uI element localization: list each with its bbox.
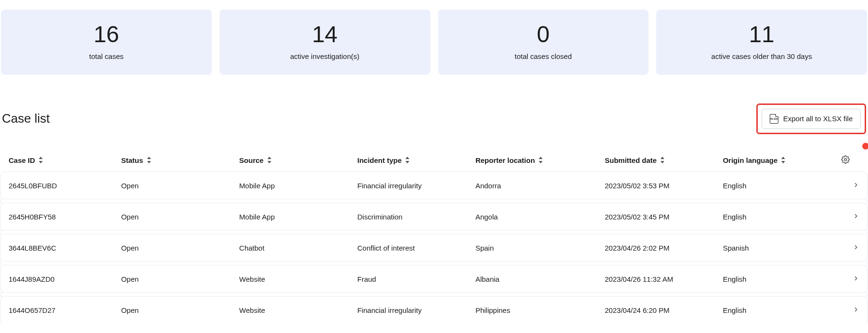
- page-title: Case list: [2, 111, 50, 126]
- row-spacer: [1, 199, 867, 203]
- column-header-submitted-date[interactable]: Submitted date: [605, 156, 707, 164]
- chevron-right-icon[interactable]: [853, 244, 859, 252]
- cell-incident-type: Conflict of interest: [349, 234, 467, 262]
- stats-row: 16 total cases 14 active investigation(s…: [1, 10, 867, 75]
- table-row[interactable]: 2645H0BFY58OpenMobile AppDiscriminationA…: [1, 203, 867, 230]
- sort-icon: [539, 157, 544, 163]
- cell-actions: [833, 172, 867, 199]
- column-header-case-id[interactable]: Case ID: [9, 156, 106, 164]
- sort-icon: [660, 157, 665, 163]
- case-table: Case ID Status Source: [1, 149, 867, 324]
- cell-submitted-date: 2023/04/26 2:02 PM: [597, 234, 715, 262]
- chevron-right-icon[interactable]: [853, 182, 859, 190]
- cell-reporter-location: Albania: [468, 265, 597, 293]
- cell-source: Website: [231, 297, 349, 324]
- sort-icon: [147, 157, 152, 163]
- cell-actions: [833, 265, 867, 293]
- cell-actions: [833, 203, 867, 230]
- row-spacer: [1, 230, 867, 234]
- stat-value: 11: [661, 22, 862, 47]
- stat-label: active investigation(s): [224, 52, 426, 60]
- column-label: Submitted date: [605, 156, 657, 164]
- stat-value: 16: [6, 22, 207, 47]
- cell-actions: [833, 234, 867, 262]
- case-list-header: Case list XLSX Export all to XLSX file: [1, 103, 867, 134]
- column-header-reporter-location[interactable]: Reporter location: [475, 156, 590, 164]
- cell-source: Mobile App: [231, 203, 349, 230]
- stat-value: 14: [224, 22, 426, 47]
- xlsx-file-icon: XLSX: [770, 114, 778, 124]
- cell-incident-type: Financial irregularity: [349, 172, 467, 199]
- column-label: Origin language: [723, 156, 777, 164]
- cell-submitted-date: 2023/05/02 3:45 PM: [597, 203, 715, 230]
- cell-incident-type: Discrimination: [349, 203, 467, 230]
- stat-value: 0: [443, 22, 644, 47]
- cell-reporter-location: Philippines: [468, 297, 597, 324]
- cell-case-id: 2645L0BFUBD: [1, 172, 114, 199]
- row-spacer: [1, 293, 867, 297]
- cell-source: Chatbot: [231, 234, 349, 262]
- table-row[interactable]: 1644O657D27OpenWebsiteFinancial irregula…: [1, 297, 867, 324]
- column-label: Status: [121, 156, 143, 164]
- column-header-status[interactable]: Status: [121, 156, 224, 164]
- stat-label: total cases closed: [443, 52, 644, 60]
- column-header-incident-type[interactable]: Incident type: [357, 156, 460, 164]
- stat-card-total-cases: 16 total cases: [1, 10, 212, 75]
- cell-reporter-location: Andorra: [468, 172, 597, 199]
- export-highlight-box: XLSX Export all to XLSX file: [756, 103, 866, 134]
- cell-status: Open: [114, 234, 231, 262]
- cell-actions: [833, 297, 867, 324]
- row-spacer: [1, 262, 867, 265]
- cell-case-id: 2645H0BFY58: [1, 203, 114, 230]
- sort-icon: [405, 157, 410, 163]
- chevron-right-icon[interactable]: [853, 213, 859, 221]
- cell-origin-language: English: [715, 172, 833, 199]
- cell-origin-language: English: [715, 203, 833, 230]
- cell-origin-language: English: [715, 265, 833, 293]
- column-header-origin-language[interactable]: Origin language: [723, 156, 825, 164]
- case-table-wrap: Case ID Status Source: [1, 149, 867, 324]
- chevron-right-icon[interactable]: [853, 306, 859, 314]
- export-button-label: Export all to XLSX file: [783, 115, 853, 123]
- cell-submitted-date: 2023/05/02 3:53 PM: [597, 172, 715, 199]
- cell-case-id: 1644J89AZD0: [1, 265, 114, 293]
- column-label: Incident type: [357, 156, 402, 164]
- cell-case-id: 1644O657D27: [1, 297, 114, 324]
- table-row[interactable]: 1644J89AZD0OpenWebsiteFraudAlbania2023/0…: [1, 265, 867, 293]
- cell-origin-language: Spanish: [715, 234, 833, 262]
- cell-status: Open: [114, 265, 231, 293]
- cell-reporter-location: Spain: [468, 234, 597, 262]
- column-label: Case ID: [9, 156, 35, 164]
- stat-label: active cases older than 30 days: [661, 52, 862, 60]
- notification-dot-icon: [862, 143, 868, 149]
- sort-icon: [267, 157, 272, 163]
- cell-reporter-location: Angola: [468, 203, 597, 230]
- cell-status: Open: [114, 203, 231, 230]
- cell-origin-language: English: [715, 297, 833, 324]
- table-row[interactable]: 2645L0BFUBDOpenMobile AppFinancial irreg…: [1, 172, 867, 199]
- cell-incident-type: Fraud: [349, 265, 467, 293]
- cell-incident-type: Financial irregularity: [349, 297, 467, 324]
- chevron-right-icon[interactable]: [853, 275, 859, 283]
- sort-icon: [781, 157, 786, 163]
- stat-card-older-30-days: 11 active cases older than 30 days: [656, 10, 867, 75]
- column-label: Reporter location: [475, 156, 535, 164]
- cell-case-id: 3644L8BEV6C: [1, 234, 114, 262]
- stat-card-active-investigations: 14 active investigation(s): [220, 10, 430, 75]
- sort-icon: [39, 157, 44, 163]
- cell-status: Open: [114, 297, 231, 324]
- stat-label: total cases: [6, 52, 207, 60]
- cell-status: Open: [114, 172, 231, 199]
- cell-submitted-date: 2023/04/26 11:32 AM: [597, 265, 715, 293]
- svg-point-0: [844, 159, 846, 161]
- cell-source: Website: [231, 265, 349, 293]
- table-row[interactable]: 3644L8BEV6COpenChatbotConflict of intere…: [1, 234, 867, 262]
- table-header-row: Case ID Status Source: [1, 149, 867, 172]
- cell-submitted-date: 2023/04/24 6:20 PM: [597, 297, 715, 324]
- column-header-source[interactable]: Source: [239, 156, 342, 164]
- column-label: Source: [239, 156, 264, 164]
- cell-source: Mobile App: [231, 172, 349, 199]
- stat-card-total-closed: 0 total cases closed: [438, 10, 649, 75]
- export-xlsx-button[interactable]: XLSX Export all to XLSX file: [762, 109, 861, 129]
- gear-icon[interactable]: [841, 157, 850, 165]
